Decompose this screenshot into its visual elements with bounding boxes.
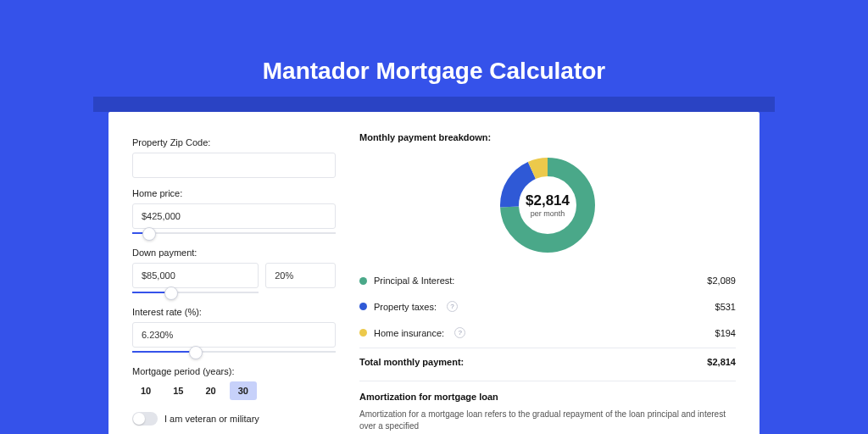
interest-rate-label: Interest rate (%): bbox=[132, 307, 336, 317]
input-panel: Property Zip Code: Home price: Down paym… bbox=[132, 132, 336, 434]
help-icon[interactable]: ? bbox=[447, 301, 458, 312]
donut-amount: $2,814 bbox=[526, 192, 570, 209]
dot-icon bbox=[359, 329, 367, 337]
card-shadow bbox=[93, 97, 775, 112]
legend-value: $194 bbox=[715, 328, 736, 338]
divider bbox=[359, 381, 736, 381]
legend-row-insurance: Home insurance: ? $194 bbox=[359, 320, 736, 346]
zip-input[interactable] bbox=[132, 153, 336, 178]
mortgage-period-group: 10 15 20 30 bbox=[132, 381, 336, 400]
veteran-toggle-label: I am veteran or military bbox=[164, 414, 259, 424]
legend-value: $2,089 bbox=[707, 275, 736, 286]
interest-rate-input[interactable] bbox=[132, 322, 336, 348]
dot-icon bbox=[359, 303, 367, 310]
down-payment-slider[interactable] bbox=[132, 287, 259, 298]
legend-row-principal: Principal & Interest: $2,089 bbox=[359, 268, 736, 293]
breakdown-title: Monthly payment breakdown: bbox=[359, 132, 736, 142]
home-price-input[interactable] bbox=[132, 203, 336, 229]
down-payment-amount-input[interactable] bbox=[132, 263, 259, 288]
dot-icon bbox=[359, 277, 367, 285]
legend-row-taxes: Property taxes: ? $531 bbox=[359, 293, 736, 320]
legend-label: Property taxes: bbox=[374, 302, 437, 312]
mortgage-period-label: Mortgage period (years): bbox=[132, 366, 336, 376]
down-payment-percent-input[interactable] bbox=[265, 263, 336, 288]
legend-label: Principal & Interest: bbox=[374, 275, 454, 286]
amortization-text: Amortization for a mortgage loan refers … bbox=[359, 409, 736, 432]
period-option-10[interactable]: 10 bbox=[132, 381, 159, 400]
results-panel: Monthly payment breakdown: $2,814 per mo… bbox=[359, 132, 736, 434]
amortization-title: Amortization for mortgage loan bbox=[359, 392, 736, 402]
legend-value: $531 bbox=[715, 302, 736, 312]
total-value: $2,814 bbox=[707, 357, 736, 367]
down-payment-label: Down payment: bbox=[132, 248, 336, 258]
zip-label: Property Zip Code: bbox=[132, 137, 336, 147]
legend-label: Home insurance: bbox=[374, 328, 444, 338]
home-price-label: Home price: bbox=[132, 188, 336, 198]
donut-sublabel: per month bbox=[531, 209, 565, 218]
period-option-20[interactable]: 20 bbox=[198, 381, 225, 400]
period-option-15[interactable]: 15 bbox=[164, 381, 192, 400]
page-title: Mantador Mortgage Calculator bbox=[0, 42, 868, 97]
help-icon[interactable]: ? bbox=[454, 327, 465, 338]
veteran-toggle[interactable] bbox=[132, 412, 158, 426]
breakdown-donut-chart: $2,814 per month bbox=[497, 154, 598, 256]
home-price-slider[interactable] bbox=[132, 227, 336, 239]
total-label: Total monthly payment: bbox=[359, 357, 464, 367]
calculator-card: Property Zip Code: Home price: Down paym… bbox=[108, 112, 760, 434]
period-option-30[interactable]: 30 bbox=[230, 381, 257, 400]
total-row: Total monthly payment: $2,814 bbox=[359, 348, 736, 367]
interest-rate-slider[interactable] bbox=[132, 346, 336, 358]
